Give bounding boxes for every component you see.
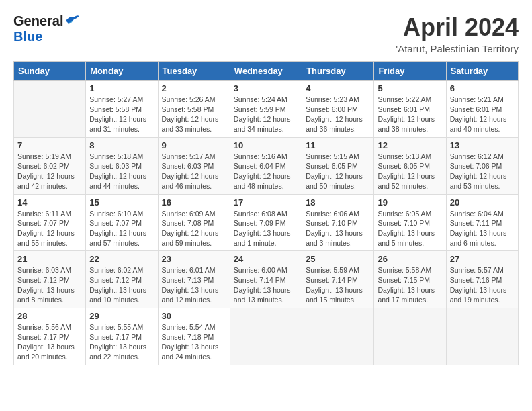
day-number: 20 [450, 197, 515, 208]
calendar-cell: 9Sunrise: 5:17 AM Sunset: 6:03 PM Daylig… [158, 137, 230, 194]
title-area: April 2024 'Atarut, Palestinian Territor… [396, 13, 519, 54]
calendar-cell: 12Sunrise: 5:13 AM Sunset: 6:05 PM Dayli… [374, 137, 446, 194]
calendar-cell: 1Sunrise: 5:27 AM Sunset: 5:58 PM Daylig… [86, 81, 158, 138]
calendar-header-row: SundayMondayTuesdayWednesdayThursdayFrid… [14, 62, 519, 81]
day-info: Sunrise: 6:12 AM Sunset: 7:06 PM Dayligh… [450, 152, 515, 191]
day-number: 30 [162, 311, 226, 321]
calendar-cell: 25Sunrise: 5:59 AM Sunset: 7:14 PM Dayli… [302, 251, 374, 308]
day-number: 27 [450, 254, 515, 264]
day-info: Sunrise: 6:05 AM Sunset: 7:10 PM Dayligh… [378, 209, 442, 248]
day-number: 10 [234, 140, 298, 150]
day-number: 12 [378, 140, 442, 150]
day-info: Sunrise: 5:22 AM Sunset: 6:01 PM Dayligh… [378, 95, 442, 134]
day-number: 1 [89, 83, 154, 93]
day-info: Sunrise: 5:57 AM Sunset: 7:16 PM Dayligh… [450, 265, 515, 305]
day-info: Sunrise: 6:09 AM Sunset: 7:08 PM Dayligh… [162, 209, 226, 248]
day-number: 21 [17, 254, 82, 264]
day-number: 15 [89, 197, 154, 208]
day-info: Sunrise: 5:24 AM Sunset: 5:59 PM Dayligh… [234, 95, 298, 134]
calendar-cell: 24Sunrise: 6:00 AM Sunset: 7:14 PM Dayli… [230, 251, 302, 308]
calendar-week-row: 1Sunrise: 5:27 AM Sunset: 5:58 PM Daylig… [14, 81, 519, 138]
calendar-cell: 2Sunrise: 5:26 AM Sunset: 5:58 PM Daylig… [158, 81, 230, 138]
calendar-header-saturday: Saturday [446, 62, 518, 81]
day-number: 17 [234, 197, 298, 208]
day-info: Sunrise: 6:01 AM Sunset: 7:13 PM Dayligh… [162, 265, 226, 305]
day-number: 28 [17, 311, 82, 321]
calendar-cell [14, 81, 86, 138]
day-info: Sunrise: 5:18 AM Sunset: 6:03 PM Dayligh… [89, 152, 154, 191]
calendar-cell [302, 308, 374, 365]
logo-general-text: General [13, 13, 63, 29]
day-number: 3 [234, 83, 298, 93]
day-number: 26 [378, 254, 442, 264]
logo: General Blue [13, 13, 79, 44]
month-title: April 2024 [396, 13, 519, 42]
calendar-cell: 13Sunrise: 6:12 AM Sunset: 7:06 PM Dayli… [446, 137, 518, 194]
calendar-week-row: 21Sunrise: 6:03 AM Sunset: 7:12 PM Dayli… [14, 251, 519, 308]
day-info: Sunrise: 5:56 AM Sunset: 7:17 PM Dayligh… [17, 322, 82, 362]
day-info: Sunrise: 5:26 AM Sunset: 5:58 PM Dayligh… [162, 95, 226, 134]
day-number: 29 [89, 311, 154, 321]
calendar-cell [446, 308, 518, 365]
day-info: Sunrise: 6:06 AM Sunset: 7:10 PM Dayligh… [306, 209, 370, 248]
day-number: 19 [378, 197, 442, 208]
day-number: 11 [306, 140, 370, 150]
day-info: Sunrise: 5:19 AM Sunset: 6:02 PM Dayligh… [17, 152, 82, 191]
calendar-week-row: 7Sunrise: 5:19 AM Sunset: 6:02 PM Daylig… [14, 137, 519, 194]
calendar-week-row: 28Sunrise: 5:56 AM Sunset: 7:17 PM Dayli… [14, 308, 519, 365]
calendar-cell: 27Sunrise: 5:57 AM Sunset: 7:16 PM Dayli… [446, 251, 518, 308]
day-info: Sunrise: 5:16 AM Sunset: 6:04 PM Dayligh… [234, 152, 298, 191]
calendar-header-monday: Monday [86, 62, 158, 81]
day-info: Sunrise: 5:15 AM Sunset: 6:05 PM Dayligh… [306, 152, 370, 191]
day-info: Sunrise: 6:11 AM Sunset: 7:07 PM Dayligh… [17, 209, 82, 248]
day-info: Sunrise: 5:59 AM Sunset: 7:14 PM Dayligh… [306, 265, 370, 305]
day-info: Sunrise: 6:03 AM Sunset: 7:12 PM Dayligh… [17, 265, 82, 305]
day-info: Sunrise: 5:13 AM Sunset: 6:05 PM Dayligh… [378, 152, 442, 191]
day-number: 4 [306, 83, 370, 93]
day-number: 25 [306, 254, 370, 264]
day-number: 6 [450, 83, 515, 93]
calendar-cell [230, 308, 302, 365]
calendar-table: SundayMondayTuesdayWednesdayThursdayFrid… [13, 61, 519, 365]
day-info: Sunrise: 6:08 AM Sunset: 7:09 PM Dayligh… [234, 209, 298, 248]
day-number: 24 [234, 254, 298, 264]
calendar-cell [374, 308, 446, 365]
day-info: Sunrise: 5:54 AM Sunset: 7:18 PM Dayligh… [162, 322, 226, 362]
location-subtitle: 'Atarut, Palestinian Territory [396, 43, 519, 54]
day-info: Sunrise: 5:23 AM Sunset: 6:00 PM Dayligh… [306, 95, 370, 134]
calendar-cell: 26Sunrise: 5:58 AM Sunset: 7:15 PM Dayli… [374, 251, 446, 308]
day-number: 14 [17, 197, 82, 208]
calendar-week-row: 14Sunrise: 6:11 AM Sunset: 7:07 PM Dayli… [14, 194, 519, 251]
calendar-cell: 17Sunrise: 6:08 AM Sunset: 7:09 PM Dayli… [230, 194, 302, 251]
day-info: Sunrise: 6:02 AM Sunset: 7:12 PM Dayligh… [89, 265, 154, 305]
day-number: 5 [378, 83, 442, 93]
calendar-cell: 3Sunrise: 5:24 AM Sunset: 5:59 PM Daylig… [230, 81, 302, 138]
calendar-cell: 6Sunrise: 5:21 AM Sunset: 6:01 PM Daylig… [446, 81, 518, 138]
header: General Blue April 2024 'Atarut, Palesti… [13, 13, 519, 54]
logo-bird-icon [64, 14, 79, 26]
calendar-cell: 14Sunrise: 6:11 AM Sunset: 7:07 PM Dayli… [14, 194, 86, 251]
calendar-cell: 11Sunrise: 5:15 AM Sunset: 6:05 PM Dayli… [302, 137, 374, 194]
day-number: 18 [306, 197, 370, 208]
day-info: Sunrise: 5:17 AM Sunset: 6:03 PM Dayligh… [162, 152, 226, 191]
calendar-cell: 23Sunrise: 6:01 AM Sunset: 7:13 PM Dayli… [158, 251, 230, 308]
day-number: 7 [17, 140, 82, 150]
day-info: Sunrise: 5:58 AM Sunset: 7:15 PM Dayligh… [378, 265, 442, 305]
day-info: Sunrise: 6:04 AM Sunset: 7:11 PM Dayligh… [450, 209, 515, 248]
day-number: 8 [89, 140, 154, 150]
day-number: 9 [162, 140, 226, 150]
day-info: Sunrise: 5:21 AM Sunset: 6:01 PM Dayligh… [450, 95, 515, 134]
calendar-cell: 22Sunrise: 6:02 AM Sunset: 7:12 PM Dayli… [86, 251, 158, 308]
calendar-header-tuesday: Tuesday [158, 62, 230, 81]
day-info: Sunrise: 6:10 AM Sunset: 7:07 PM Dayligh… [89, 209, 154, 248]
calendar-header-friday: Friday [374, 62, 446, 81]
calendar-cell: 19Sunrise: 6:05 AM Sunset: 7:10 PM Dayli… [374, 194, 446, 251]
calendar-cell: 28Sunrise: 5:56 AM Sunset: 7:17 PM Dayli… [14, 308, 86, 365]
day-info: Sunrise: 5:55 AM Sunset: 7:17 PM Dayligh… [89, 322, 154, 362]
calendar-cell: 5Sunrise: 5:22 AM Sunset: 6:01 PM Daylig… [374, 81, 446, 138]
calendar-cell: 21Sunrise: 6:03 AM Sunset: 7:12 PM Dayli… [14, 251, 86, 308]
day-number: 16 [162, 197, 226, 208]
calendar-cell: 7Sunrise: 5:19 AM Sunset: 6:02 PM Daylig… [14, 137, 86, 194]
calendar-cell: 8Sunrise: 5:18 AM Sunset: 6:03 PM Daylig… [86, 137, 158, 194]
calendar-cell: 18Sunrise: 6:06 AM Sunset: 7:10 PM Dayli… [302, 194, 374, 251]
